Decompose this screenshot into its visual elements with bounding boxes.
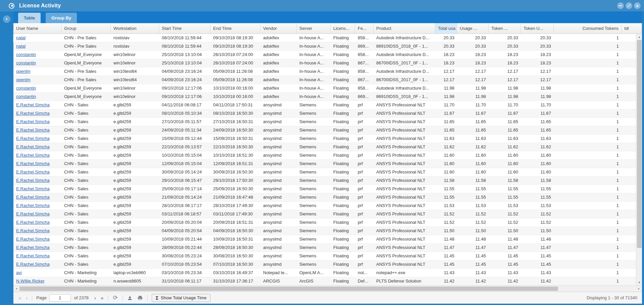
vertical-scrollbar[interactable]: ▲ ▼	[636, 34, 642, 286]
prev-page-button[interactable]: ‹	[23, 292, 30, 304]
column-header-product[interactable]: Product	[374, 23, 435, 34]
table-row[interactable]: natalCHN - Pre Salesrostislav08/10/2018 …	[13, 42, 642, 51]
user-name-link[interactable]: E.Rachel.Simcha	[16, 220, 50, 225]
user-name-link[interactable]: E.Rachel.Simcha	[16, 144, 50, 149]
user-name-link[interactable]: constantin	[16, 86, 36, 91]
column-header-token-usage[interactable]: Token U...	[521, 23, 554, 34]
scroll-right-icon[interactable]: ▸	[636, 286, 642, 292]
chevron-right-icon[interactable]: ›	[3, 15, 10, 23]
user-name-link[interactable]: E.Rachel.Simcha	[16, 119, 50, 124]
column-header-group[interactable]: Group	[61, 23, 111, 34]
scroll-up-icon[interactable]: ▲	[636, 34, 642, 40]
table-row[interactable]: E.Rachel.SimchaCHN - Salese.glbl25924/09…	[13, 126, 642, 135]
user-name-link[interactable]: E.Rachel.Simcha	[16, 262, 50, 267]
user-name-link[interactable]: E.Rachel.Simcha	[16, 203, 50, 208]
user-name-link[interactable]: E.Rachel.Simcha	[16, 136, 50, 141]
table-row[interactable]: E.Rachel.SimchaCHN - Salese.glbl25915/09…	[13, 135, 642, 143]
user-name-link[interactable]: E.Rachel.Simcha	[16, 161, 50, 166]
user-name-link[interactable]: E.Rachel.Simcha	[16, 178, 50, 183]
user-name-link[interactable]: E.Rachel.Simcha	[16, 228, 50, 233]
table-row[interactable]: openlmCHN - Pre Saleswin10test6404/09/20…	[13, 67, 642, 76]
column-header-vendor[interactable]: Vendor	[260, 23, 297, 34]
table-row[interactable]: E.Rachel.SimchaCHN - Salese.glbl25912/09…	[13, 160, 642, 168]
user-name-link[interactable]: E.Rachel.Simcha	[16, 186, 50, 191]
table-row[interactable]: N.Willie.RickerCHN - Marketingn.wswest86…	[13, 277, 642, 286]
table-row[interactable]: constantinOpenLM_Everyonewin10elinor09/1…	[13, 93, 642, 101]
restore-button[interactable]	[626, 2, 632, 9]
next-page-button[interactable]: ›	[92, 292, 98, 304]
user-name-link[interactable]: avi	[16, 270, 22, 275]
table-row[interactable]: E.Rachel.SimchaCHN - Salese.glbl25922/10…	[13, 143, 642, 151]
minimize-button[interactable]	[617, 2, 624, 9]
scroll-down-icon[interactable]: ▼	[636, 279, 642, 286]
user-name-link[interactable]: natal	[16, 35, 26, 40]
table-row[interactable]: E.Rachel.SimchaCHN - Salese.glbl25908/10…	[13, 109, 642, 118]
user-name-link[interactable]: constantin	[16, 52, 36, 57]
table-row[interactable]: aviCHN - Marketinglaptop-vc3eb96003/10/2…	[13, 269, 642, 277]
table-row[interactable]: E.Rachel.SimchaCHN - Salese.glbl25925/09…	[13, 185, 642, 193]
table-row[interactable]: E.Rachel.SimchaCHN - Salese.glbl25904/11…	[13, 101, 642, 109]
user-name-link[interactable]: constantin	[16, 94, 36, 99]
table-row[interactable]: E.Rachel.SimchaCHN - Salese.glbl25929/10…	[13, 176, 642, 185]
table-row[interactable]: E.Rachel.SimchaCHN - Salese.glbl25927/10…	[13, 118, 642, 126]
column-header-server[interactable]: Server	[297, 23, 331, 34]
user-name-link[interactable]: E.Rachel.Simcha	[16, 195, 50, 200]
column-header-user[interactable]: User Name	[13, 23, 61, 34]
table-row[interactable]: E.Rachel.SimchaCHN - Salese.glbl25930/09…	[13, 168, 642, 176]
table-row[interactable]: E.Rachel.SimchaCHN - Salese.glbl25903/11…	[13, 210, 642, 218]
user-name-link[interactable]: E.Rachel.Simcha	[16, 237, 50, 242]
user-name-link[interactable]: openlm	[16, 77, 31, 82]
show-total-usage-time-button[interactable]: Σ Show Total Usage Time	[152, 294, 211, 302]
user-name-link[interactable]: E.Rachel.Simcha	[16, 128, 50, 133]
table-row[interactable]: E.Rachel.SimchaCHN - Salese.glbl25930/08…	[13, 252, 642, 260]
column-header-end-time[interactable]: End Time	[210, 23, 260, 34]
table-row[interactable]: openlmCHN - Pre Saleswin10test6404/09/20…	[13, 76, 642, 84]
user-name-link[interactable]: E.Rachel.Simcha	[16, 153, 50, 158]
column-header-usage[interactable]: Usage ...	[457, 23, 489, 34]
user-name-link[interactable]: E.Rachel.Simcha	[16, 169, 50, 174]
table-row[interactable]: E.Rachel.SimchaCHN - Salese.glbl25928/10…	[13, 202, 642, 210]
table-row[interactable]: E.Rachel.SimchaCHN - Salese.glbl25907/10…	[13, 260, 642, 269]
column-header-start-time[interactable]: Start Time	[159, 23, 210, 34]
user-name-link[interactable]: constantin	[16, 60, 36, 65]
user-name-link[interactable]: N.Willie.Ricker	[16, 278, 45, 284]
column-header-consumed[interactable]: Consumed Tokens	[554, 23, 622, 34]
table-row[interactable]: E.Rachel.SimchaCHN - Salese.glbl25904/09…	[13, 227, 642, 235]
tab-table[interactable]: Table	[18, 13, 41, 23]
print-icon[interactable]	[135, 292, 145, 304]
table-row[interactable]: E.Rachel.SimchaCHN - Salese.glbl25928/09…	[13, 244, 642, 252]
scroll-left-icon[interactable]: ◂	[13, 286, 19, 292]
first-page-button[interactable]: «	[16, 292, 23, 304]
last-page-button[interactable]: »	[98, 292, 106, 304]
page-number-input[interactable]	[49, 294, 71, 302]
user-name-link[interactable]: E.Rachel.Simcha	[16, 245, 50, 250]
user-name-link[interactable]: natal	[16, 44, 26, 49]
user-name-link[interactable]: openlm	[16, 69, 31, 74]
table-row[interactable]: constantinOpenLM_Everyonewin10elinor25/1…	[13, 59, 642, 67]
column-header-total-usage[interactable]: Total usa	[435, 23, 457, 34]
table-row[interactable]: E.Rachel.SimchaCHN - Salese.glbl25910/09…	[13, 235, 642, 244]
user-name-link[interactable]: E.Rachel.Simcha	[16, 211, 50, 216]
user-name-link[interactable]: E.Rachel.Simcha	[16, 111, 50, 116]
close-button[interactable]: ×	[634, 2, 641, 9]
cell-start-time: 03/10/2018 05:23:34	[159, 269, 210, 277]
horizontal-scrollbar[interactable]: ◂ ▸	[13, 286, 642, 292]
download-icon[interactable]	[125, 292, 135, 304]
refresh-icon[interactable]: ⟳	[110, 292, 120, 304]
user-name-link[interactable]: E.Rachel.Simcha	[16, 253, 50, 258]
table-row[interactable]: E.Rachel.SimchaCHN - Salese.glbl25920/09…	[13, 218, 642, 227]
column-header-token[interactable]: Token ...	[489, 23, 521, 34]
column-header-license[interactable]: Licens...	[331, 23, 355, 34]
horizontal-scroll-thumb[interactable]	[19, 287, 558, 291]
tab-group-by[interactable]: Group By	[46, 13, 77, 23]
user-name-link[interactable]: E.Rachel.Simcha	[16, 102, 50, 107]
column-header-workstation[interactable]: Workstation	[111, 23, 159, 34]
vertical-scroll-thumb[interactable]	[637, 40, 642, 248]
table-row[interactable]: constantinOpenLM_Everyonewin10elinor25/1…	[13, 51, 642, 59]
table-row[interactable]: E.Rachel.SimchaCHN - Salese.glbl25921/09…	[13, 193, 642, 202]
table-row[interactable]: natalCHN - Pre Salesrostislav08/10/2018 …	[13, 34, 642, 42]
column-header-idle[interactable]: Idl	[622, 23, 642, 34]
column-header-feature[interactable]: Fe...	[355, 23, 374, 34]
table-row[interactable]: constantinOpenLM_Everyonewin10elinor09/1…	[13, 84, 642, 93]
table-row[interactable]: E.Rachel.SimchaCHN - Salese.glbl25910/10…	[13, 151, 642, 160]
